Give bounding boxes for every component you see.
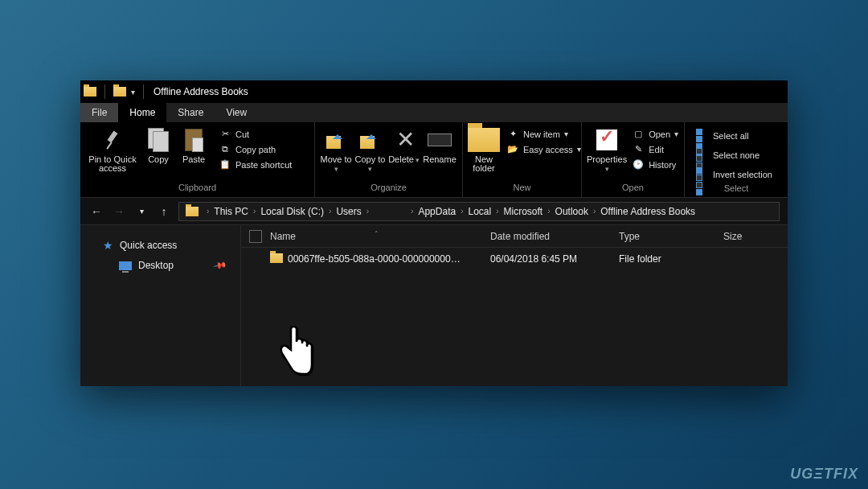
watermark: UGΞTFIX xyxy=(790,466,858,483)
column-size[interactable]: Size xyxy=(723,231,788,242)
delete-icon: ✕ xyxy=(396,129,412,151)
pin-icon xyxy=(104,131,121,149)
tab-share[interactable]: Share xyxy=(166,103,215,122)
group-label-clipboard: Clipboard xyxy=(80,183,314,197)
copy-label: Copy xyxy=(148,155,169,164)
crumb-oab[interactable]: Offline Address Books xyxy=(600,206,695,217)
crumb-users[interactable]: Users› xyxy=(336,206,374,217)
window-title: Offline Address Books xyxy=(154,86,248,97)
open-icon: ▢ xyxy=(632,129,645,139)
easy-access-button[interactable]: 📂Easy access ▾ xyxy=(503,142,584,156)
column-headers: Name˄ Date modified Type Size xyxy=(241,225,788,248)
new-item-icon: ✦ xyxy=(506,129,519,139)
edit-icon: ✎ xyxy=(632,144,645,154)
dropdown-icon: ▾ xyxy=(674,129,678,138)
ribbon-group-new: New folder ✦New item ▾ 📂Easy access ▾ Ne… xyxy=(463,122,582,197)
up-button[interactable]: ↑ xyxy=(156,205,172,218)
tab-file[interactable]: File xyxy=(80,103,118,122)
paste-shortcut-button[interactable]: 📋Paste shortcut xyxy=(215,158,295,171)
history-button[interactable]: 🕑History xyxy=(628,158,682,171)
cut-icon: ✂ xyxy=(219,129,231,139)
paste-shortcut-icon: 📋 xyxy=(219,159,231,170)
new-folder-icon xyxy=(468,128,500,152)
file-date: 06/04/2018 6:45 PM xyxy=(490,253,619,265)
ribbon-group-organize: Move to Copy to ✕ Delete Rename Organize xyxy=(315,122,463,197)
properties-button[interactable]: Properties xyxy=(587,125,627,173)
group-label-new: New xyxy=(463,183,581,197)
explorer-body: ★ Quick access Desktop 📌 Name˄ Date modi… xyxy=(80,225,788,386)
properties-icon xyxy=(596,129,617,150)
crumb-outlook[interactable]: Outlook› xyxy=(555,206,601,217)
path-folder-icon xyxy=(186,207,199,216)
pinned-icon: 📌 xyxy=(213,258,228,273)
pin-to-quick-access-button[interactable]: Pin to Quick access xyxy=(85,125,140,173)
copy-button[interactable]: Copy xyxy=(141,125,175,164)
ribbon-group-clipboard: Pin to Quick access Copy Paste ✂Cut ⧉Cop… xyxy=(80,122,315,197)
copy-icon xyxy=(148,128,169,152)
sort-ascending-icon: ˄ xyxy=(375,230,379,238)
crumb-this-pc[interactable]: This PC› xyxy=(214,206,260,217)
new-item-button[interactable]: ✦New item ▾ xyxy=(503,127,584,141)
open-button[interactable]: ▢Open ▾ xyxy=(628,127,682,141)
cut-button[interactable]: ✂Cut xyxy=(215,127,295,141)
group-label-organize: Organize xyxy=(315,183,462,197)
copy-to-button[interactable]: Copy to xyxy=(354,125,386,173)
recent-locations-button[interactable]: ▾ xyxy=(133,207,149,216)
ribbon-tabs: File Home Share View xyxy=(80,103,788,122)
column-date-modified[interactable]: Date modified xyxy=(490,231,619,242)
select-all-button[interactable]: Select all xyxy=(693,127,776,145)
dropdown-icon: ▾ xyxy=(564,129,568,138)
copy-path-button[interactable]: ⧉Copy path xyxy=(215,142,295,156)
rename-button[interactable]: Rename xyxy=(422,125,457,164)
edit-button[interactable]: ✎Edit xyxy=(628,142,682,156)
separator xyxy=(104,84,105,99)
file-row[interactable]: 00067ffe-b505-088a-0000-000000000… 06/04… xyxy=(241,248,788,270)
invert-selection-button[interactable]: Invert selection xyxy=(693,166,776,183)
select-all-checkbox[interactable] xyxy=(249,230,262,243)
select-all-icon xyxy=(696,129,709,143)
select-none-icon xyxy=(696,148,709,162)
new-folder-button[interactable]: New folder xyxy=(468,125,500,173)
invert-selection-icon xyxy=(696,167,709,182)
pin-label: Pin to Quick access xyxy=(85,155,140,173)
paste-button[interactable]: Paste xyxy=(177,125,211,164)
move-to-button[interactable]: Move to xyxy=(320,125,352,173)
crumb-local[interactable]: Local› xyxy=(468,206,503,217)
dropdown-icon: ▾ xyxy=(577,145,581,154)
app-folder-icon xyxy=(84,87,96,97)
crumb-local-disk[interactable]: Local Disk (C:)› xyxy=(260,206,336,217)
tab-home[interactable]: Home xyxy=(118,103,166,122)
crumb-user[interactable]: › xyxy=(374,207,418,216)
rename-icon xyxy=(428,134,452,146)
copy-to-icon xyxy=(358,129,381,150)
separator xyxy=(143,84,144,99)
paste-label: Paste xyxy=(182,155,205,164)
address-bar: ← → ▾ ↑ › This PC› Local Disk (C:)› User… xyxy=(80,198,788,225)
desktop-icon xyxy=(119,261,132,270)
column-name[interactable]: Name˄ xyxy=(270,231,490,242)
folder-icon xyxy=(270,253,283,263)
group-label-select: Select xyxy=(685,183,788,197)
qat-dropdown-icon[interactable]: ▾ xyxy=(131,88,135,97)
qat-properties-icon[interactable] xyxy=(113,87,126,97)
breadcrumb-path[interactable]: › This PC› Local Disk (C:)› Users› › App… xyxy=(178,202,780,221)
ribbon: Pin to Quick access Copy Paste ✂Cut ⧉Cop… xyxy=(80,122,788,198)
tab-view[interactable]: View xyxy=(215,103,258,122)
sidebar-desktop[interactable]: Desktop 📌 xyxy=(87,256,234,275)
file-list-pane: Name˄ Date modified Type Size 00067ffe-b… xyxy=(241,225,788,386)
column-type[interactable]: Type xyxy=(619,231,723,242)
ribbon-group-open: Properties ▢Open ▾ ✎Edit 🕑History Open xyxy=(582,122,685,197)
sidebar-quick-access[interactable]: ★ Quick access xyxy=(87,235,234,256)
forward-button[interactable]: → xyxy=(111,205,127,218)
easy-access-icon: 📂 xyxy=(506,144,519,154)
file-name: 00067ffe-b505-088a-0000-000000000… xyxy=(288,253,490,265)
select-none-button[interactable]: Select none xyxy=(693,146,776,164)
ribbon-group-select: Select all Select none Invert selection … xyxy=(685,122,788,197)
crumb-appdata[interactable]: AppData› xyxy=(418,206,468,217)
title-bar: ▾ Offline Address Books xyxy=(80,80,788,103)
crumb-microsoft[interactable]: Microsoft› xyxy=(504,206,555,217)
navigation-pane: ★ Quick access Desktop 📌 xyxy=(80,225,241,386)
delete-button[interactable]: ✕ Delete xyxy=(388,125,420,164)
back-button[interactable]: ← xyxy=(88,205,104,218)
paste-icon xyxy=(185,129,203,151)
